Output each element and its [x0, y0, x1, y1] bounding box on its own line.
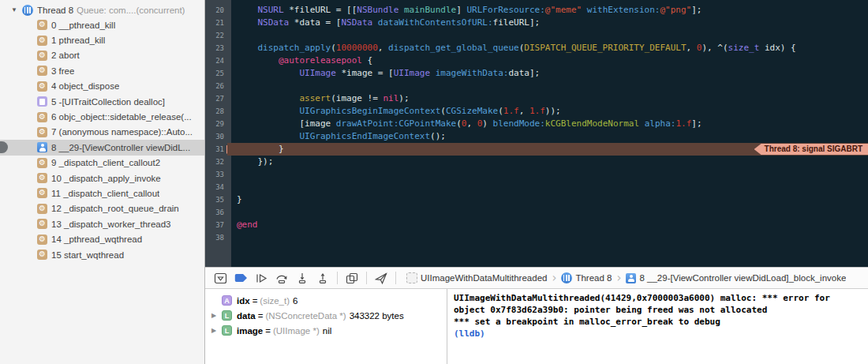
- stack-frame-row[interactable]: ⚙15 start_wqthread: [0, 247, 204, 262]
- line-number[interactable]: 24: [205, 54, 227, 67]
- view-ui-hierarchy-button[interactable]: [342, 269, 362, 287]
- code-line[interactable]: 27 assert(image != nil);: [205, 92, 868, 105]
- stack-frame-row[interactable]: ⚙7 (anonymous namespace)::Auto...: [0, 125, 204, 140]
- stack-frame-row[interactable]: ⚙6 objc_object::sidetable_release(...: [0, 109, 204, 124]
- line-number[interactable]: 38: [205, 231, 227, 244]
- line-number[interactable]: 32: [205, 156, 227, 168]
- stack-frame-label: 13 _dispatch_worker_thread3: [51, 220, 171, 229]
- code-line-content: @autoreleasepool {: [227, 54, 868, 67]
- stack-frame-row[interactable]: ⚙9 _dispatch_client_callout2: [0, 156, 204, 171]
- code-line[interactable]: 35}: [205, 193, 868, 206]
- code-line[interactable]: 30 UIGraphicsEndImageContext();: [205, 130, 868, 143]
- hide-debug-area-button[interactable]: [210, 269, 230, 287]
- line-number[interactable]: 29: [205, 118, 227, 130]
- line-number[interactable]: 25: [205, 67, 227, 80]
- variables-view[interactable]: Aidx=(size_t)6Ldata=(NSConcreteData *)34…: [205, 289, 447, 364]
- code-line[interactable]: 20 NSURL *fileURL = [[NSBundle mainBundl…: [205, 4, 868, 17]
- simulate-location-button[interactable]: [371, 269, 391, 287]
- variable-type: (size_t): [260, 296, 290, 306]
- line-number[interactable]: 23: [205, 42, 227, 54]
- code-token: ,: [466, 118, 477, 129]
- line-number[interactable]: 30: [205, 130, 227, 143]
- code-line-content: UIGraphicsBeginImageContext(CGSizeMake(1…: [227, 105, 868, 118]
- stack-frame-row[interactable]: ⚙1 pthread_kill: [0, 32, 204, 47]
- line-number[interactable]: 36: [205, 206, 227, 219]
- breadcrumb-item[interactable]: 8 __29-[ViewController viewDidLoad]_bloc…: [626, 273, 846, 283]
- line-number[interactable]: 34: [205, 181, 227, 193]
- variable-value: nil: [323, 326, 332, 336]
- code-line[interactable]: 21 NSData *data = [NSData dataWithConten…: [205, 17, 868, 29]
- code-line[interactable]: 23 dispatch_apply(10000000, dispatch_get…: [205, 42, 868, 54]
- code-line[interactable]: 33: [205, 168, 868, 181]
- code-line-content: }: [227, 193, 868, 206]
- line-number[interactable]: 31: [205, 143, 227, 156]
- code-line[interactable]: 25 UIImage *image = [UIImage imageWithDa…: [205, 67, 868, 80]
- stack-frame-list: ⚙0 __pthread_kill⚙1 pthread_kill⚙2 abort…: [0, 17, 204, 262]
- variable-row[interactable]: Limage=(UIImage *)nil: [205, 323, 447, 338]
- stack-frame-row[interactable]: ⚙13 _dispatch_worker_thread3: [0, 216, 204, 231]
- disclosure-triangle-icon[interactable]: [11, 6, 22, 13]
- code-line[interactable]: 38: [205, 231, 868, 244]
- gear-frame-icon: ⚙: [37, 173, 47, 183]
- code-line[interactable]: 32 });: [205, 156, 868, 168]
- step-out-icon: [316, 272, 329, 284]
- breadcrumb-item[interactable]: UIImageWithDataMultithreaded: [406, 272, 547, 283]
- variable-row[interactable]: Aidx=(size_t)6: [205, 293, 447, 308]
- line-number[interactable]: 27: [205, 92, 227, 105]
- step-out-button[interactable]: [312, 269, 333, 287]
- step-over-button[interactable]: [271, 269, 292, 287]
- code-line[interactable]: 26: [205, 80, 868, 92]
- variable-row[interactable]: Ldata=(NSConcreteData *)343322 bytes: [205, 308, 447, 323]
- line-number[interactable]: 37: [205, 219, 227, 231]
- stack-frame-row[interactable]: 8 __29-[ViewController viewDidL...: [0, 140, 204, 155]
- console-output[interactable]: UIImageWithDataMultithreaded(41429,0x700…: [447, 289, 868, 364]
- code-line[interactable]: 36: [205, 206, 868, 219]
- stack-frame-row[interactable]: ⚙12 _dispatch_root_queue_drain: [0, 201, 204, 216]
- code-line[interactable]: 28 UIGraphicsBeginImageContext(CGSizeMak…: [205, 105, 868, 118]
- code-line[interactable]: 31 }Thread 8: signal SIGABRT: [205, 143, 868, 156]
- code-token: {: [362, 55, 372, 66]
- line-number[interactable]: 22: [205, 29, 227, 42]
- code-line[interactable]: 24 @autoreleasepool {: [205, 54, 868, 67]
- stack-frame-row[interactable]: ⚙2 abort: [0, 48, 204, 63]
- continue-icon: [255, 272, 268, 284]
- breadcrumb-item[interactable]: Thread 8: [561, 272, 612, 283]
- stack-frame-row[interactable]: ⚙14 _pthread_wqthread: [0, 231, 204, 246]
- disclosure-triangle-icon[interactable]: [211, 327, 222, 334]
- code-line[interactable]: 29 [image drawAtPoint:CGPointMake(0, 0) …: [205, 118, 868, 130]
- code-token: @"png": [660, 5, 691, 15]
- code-token: idx) {: [759, 43, 795, 53]
- stack-frame-row[interactable]: ⚙0 __pthread_kill: [0, 17, 204, 32]
- debug-toolbar: UIImageWithDataMultithreadedThread 88 __…: [205, 267, 868, 289]
- code-line[interactable]: 34: [205, 181, 868, 193]
- stack-frame-row[interactable]: ⚙10 _dispatch_apply_invoke: [0, 171, 204, 186]
- line-number[interactable]: 28: [205, 105, 227, 118]
- breakpoints-toggle-button[interactable]: [230, 269, 251, 287]
- code-line-content: [227, 29, 868, 42]
- line-number[interactable]: 26: [205, 80, 227, 92]
- stack-frame-row[interactable]: ⚙3 free: [0, 63, 204, 78]
- code-line-content: dispatch_apply(10000000, dispatch_get_gl…: [227, 42, 868, 54]
- line-number[interactable]: 20: [205, 4, 227, 17]
- code-token: ]: [456, 5, 466, 15]
- continue-button[interactable]: [251, 269, 271, 287]
- line-number[interactable]: 35: [205, 193, 227, 206]
- gear-frame-icon: ⚙: [37, 204, 47, 214]
- line-number[interactable]: 33: [205, 168, 227, 181]
- breadcrumb-separator-icon: [616, 271, 621, 285]
- stack-frame-row[interactable]: ⚙11 _dispatch_client_callout: [0, 186, 204, 201]
- disclosure-triangle-icon[interactable]: [211, 312, 222, 319]
- stack-frame-label: 4 object_dispose: [51, 81, 119, 91]
- line-number[interactable]: 21: [205, 17, 227, 29]
- code-token: [237, 43, 258, 53]
- code-line[interactable]: 22: [205, 29, 868, 42]
- source-editor[interactable]: 1920 NSURL *fileURL = [[NSBundle mainBun…: [205, 0, 868, 267]
- code-token: ), ^(: [702, 43, 728, 53]
- thread-row[interactable]: Thread 8 Queue: com....(concurrent): [0, 2, 204, 17]
- stack-frame-row[interactable]: 5 -[UITraitCollection dealloc]: [0, 94, 204, 109]
- code-line[interactable]: 37@end: [205, 219, 868, 231]
- stack-frame-row[interactable]: ⚙4 object_dispose: [0, 79, 204, 94]
- step-into-button[interactable]: [292, 269, 312, 287]
- code-token: drawAtPoint:: [336, 118, 398, 129]
- gear-frame-icon: ⚙: [37, 158, 47, 168]
